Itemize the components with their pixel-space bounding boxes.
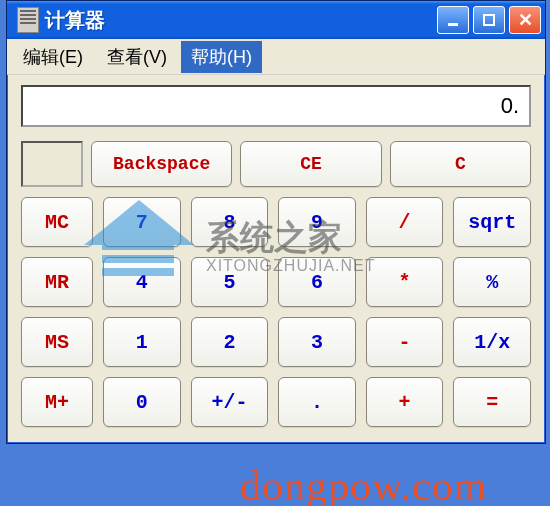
key-1[interactable]: 1 (103, 317, 181, 367)
key-7[interactable]: 7 (103, 197, 181, 247)
display: 0. (21, 85, 531, 127)
plusminus-button[interactable]: +/- (191, 377, 269, 427)
key-3[interactable]: 3 (278, 317, 356, 367)
key-9[interactable]: 9 (278, 197, 356, 247)
calculator-window: 计算器 ✕ 编辑(E) 查看(V) 帮助(H) 0. Backspace CE … (6, 0, 546, 444)
watermark-url: dongpow.com (240, 462, 487, 506)
menubar: 编辑(E) 查看(V) 帮助(H) (7, 39, 545, 75)
multiply-button[interactable]: * (366, 257, 444, 307)
window-title: 计算器 (45, 7, 437, 34)
key-4[interactable]: 4 (103, 257, 181, 307)
key-5[interactable]: 5 (191, 257, 269, 307)
key-0[interactable]: 0 (103, 377, 181, 427)
maximize-button[interactable] (473, 6, 505, 34)
key-2[interactable]: 2 (191, 317, 269, 367)
close-button[interactable]: ✕ (509, 6, 541, 34)
sqrt-button[interactable]: sqrt (453, 197, 531, 247)
equals-button[interactable]: = (453, 377, 531, 427)
menu-help[interactable]: 帮助(H) (181, 41, 262, 73)
mplus-button[interactable]: M+ (21, 377, 93, 427)
titlebar[interactable]: 计算器 ✕ (7, 1, 545, 39)
app-icon (17, 7, 39, 33)
menu-edit[interactable]: 编辑(E) (13, 41, 93, 73)
percent-button[interactable]: % (453, 257, 531, 307)
divide-button[interactable]: / (366, 197, 444, 247)
minimize-button[interactable] (437, 6, 469, 34)
subtract-button[interactable]: - (366, 317, 444, 367)
add-button[interactable]: + (366, 377, 444, 427)
mc-button[interactable]: MC (21, 197, 93, 247)
menu-view[interactable]: 查看(V) (97, 41, 177, 73)
decimal-button[interactable]: . (278, 377, 356, 427)
ce-button[interactable]: CE (240, 141, 381, 187)
backspace-button[interactable]: Backspace (91, 141, 232, 187)
c-button[interactable]: C (390, 141, 531, 187)
ms-button[interactable]: MS (21, 317, 93, 367)
mr-button[interactable]: MR (21, 257, 93, 307)
svg-rect-0 (448, 23, 458, 26)
reciprocal-button[interactable]: 1/x (453, 317, 531, 367)
svg-rect-1 (484, 15, 494, 25)
key-8[interactable]: 8 (191, 197, 269, 247)
memory-indicator (21, 141, 83, 187)
key-6[interactable]: 6 (278, 257, 356, 307)
